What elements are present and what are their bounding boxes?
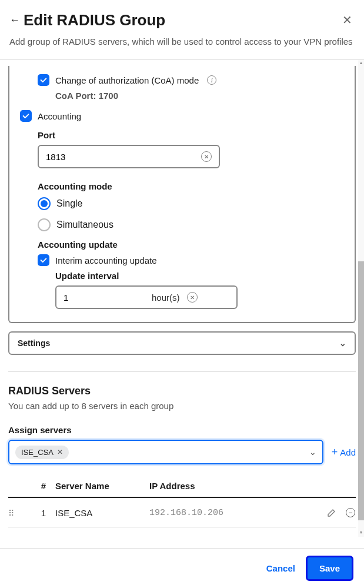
check-icon	[39, 256, 48, 264]
interim-update-label: Interim accounting update	[55, 255, 157, 265]
update-interval-input-wrapper: hour(s) ✕	[55, 285, 238, 309]
radius-servers-desc: You can add up to 8 servers in each grou…	[8, 401, 356, 411]
update-interval-unit: hour(s)	[152, 293, 180, 303]
back-arrow-icon[interactable]: ←	[9, 14, 20, 26]
row-server-name: ISE_CSA	[55, 508, 149, 518]
radio-simultaneous[interactable]: Simultaneous	[38, 218, 344, 231]
scrollbar-thumb[interactable]	[358, 261, 364, 520]
update-interval-label: Update interval	[55, 271, 344, 281]
chevron-down-icon: ⌄	[339, 338, 346, 348]
info-icon[interactable]: i	[207, 75, 216, 85]
divider	[8, 371, 356, 372]
clear-input-icon[interactable]: ✕	[187, 292, 198, 303]
assign-servers-label: Assign servers	[8, 425, 356, 435]
remove-chip-icon[interactable]: ✕	[57, 448, 63, 456]
update-interval-input[interactable]	[64, 293, 152, 303]
row-ip-address: 192.168.10.206	[149, 508, 309, 518]
scroll-area: ▴ ▾ Change of authorization (CoA) mode i…	[0, 60, 364, 537]
scroll-down-arrow-icon[interactable]: ▾	[358, 530, 364, 537]
clear-input-icon[interactable]: ✕	[201, 151, 212, 162]
dialog-footer: Cancel Save	[0, 548, 364, 588]
drag-handle-icon[interactable]: ⠿	[8, 509, 15, 518]
interim-update-checkbox[interactable]	[38, 254, 49, 266]
column-header-ip: IP Address	[149, 481, 309, 491]
add-server-label: Add	[340, 447, 356, 457]
radius-servers-title: RADIUS Servers	[8, 385, 356, 397]
port-input-wrapper: ✕	[38, 145, 220, 168]
column-header-num: #	[32, 481, 55, 491]
assign-servers-dropdown[interactable]: ISE_CSA ✕ ⌄	[8, 440, 323, 464]
port-input[interactable]	[46, 152, 201, 162]
check-icon	[39, 76, 48, 84]
coa-port-text: CoA Port: 1700	[55, 91, 344, 101]
accounting-checkbox[interactable]	[20, 110, 32, 122]
port-label: Port	[38, 130, 344, 140]
radio-button-icon	[38, 218, 51, 231]
column-header-name: Server Name	[55, 481, 149, 491]
page-title: Edit RADIUS Group	[24, 11, 165, 29]
radio-single-label: Single	[56, 198, 82, 209]
coa-mode-checkbox[interactable]	[38, 74, 49, 86]
scrollbar[interactable]: ▴ ▾	[358, 60, 364, 537]
cancel-button[interactable]: Cancel	[263, 559, 299, 578]
table-row: ⠿ 1 ISE_CSA 192.168.10.206 −	[8, 498, 356, 528]
radio-single[interactable]: Single	[38, 197, 344, 210]
server-chip-label: ISE_CSA	[21, 448, 54, 457]
server-chip: ISE_CSA ✕	[15, 446, 69, 459]
close-icon[interactable]: ✕	[340, 11, 355, 29]
dialog-header: ← Edit RADIUS Group ✕ Add group of RADIU…	[0, 0, 364, 52]
chevron-down-icon: ⌄	[309, 447, 316, 457]
save-button[interactable]: Save	[306, 556, 353, 581]
accounting-update-label: Accounting update	[38, 240, 344, 250]
radio-button-icon	[38, 197, 51, 210]
scroll-up-arrow-icon[interactable]: ▴	[358, 60, 364, 67]
accounting-label: Accounting	[38, 111, 81, 121]
settings-dropdown[interactable]: Settings ⌄	[8, 331, 356, 355]
edit-icon[interactable]	[326, 507, 337, 518]
page-subtitle: Add group of RADIUS servers, which will …	[9, 35, 355, 48]
servers-table: # Server Name IP Address ⠿ 1 ISE_CSA 192…	[8, 481, 356, 528]
settings-dropdown-label: Settings	[18, 338, 50, 348]
row-num: 1	[32, 508, 55, 518]
add-server-button[interactable]: + Add	[332, 446, 356, 459]
plus-icon: +	[332, 446, 338, 459]
check-icon	[22, 112, 30, 120]
remove-icon[interactable]: −	[345, 507, 356, 518]
coa-mode-label: Change of authorization (CoA) mode	[55, 75, 199, 85]
config-panel: Change of authorization (CoA) mode i CoA…	[8, 66, 356, 323]
radio-simultaneous-label: Simultaneous	[56, 220, 113, 230]
accounting-mode-label: Accounting mode	[38, 181, 344, 191]
